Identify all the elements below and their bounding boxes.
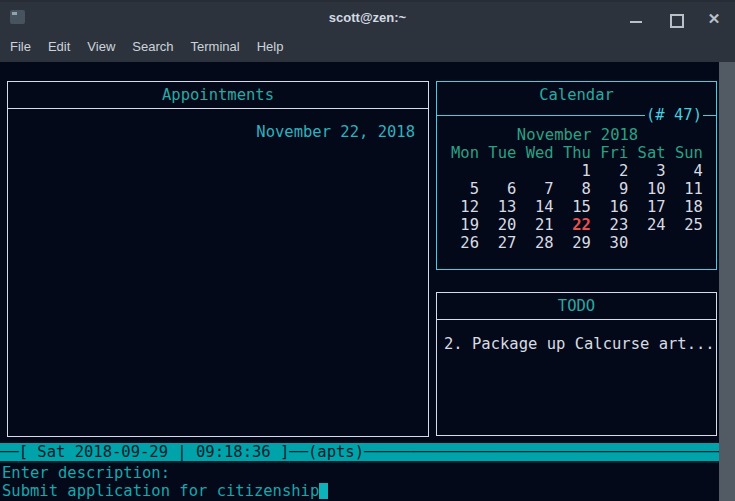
calendar-day: 25 <box>675 216 703 234</box>
calendar-day: 24 <box>638 216 666 234</box>
terminal-scrollbar[interactable] <box>719 62 735 501</box>
menu-bar: FileEditViewSearchTerminalHelp <box>0 33 735 62</box>
calendar-separator: (# 47) <box>437 108 716 123</box>
weekday-label: Tue <box>488 144 516 162</box>
calendar-day <box>488 162 516 180</box>
calendar-day: 2 <box>600 162 628 180</box>
window-controls: ✕ <box>629 2 721 35</box>
titlebar: scott@zen:~ ✕ <box>0 0 735 33</box>
calendar-day: 11 <box>675 180 703 198</box>
calendar-day: 3 <box>638 162 666 180</box>
calendar-day: 13 <box>488 198 516 216</box>
calendar-month-year: November 2018 <box>451 126 704 144</box>
calendar-day: 27 <box>488 234 516 252</box>
notify-lead-line: ── <box>0 443 19 463</box>
calendar-day: 28 <box>526 234 554 252</box>
menu-file[interactable]: File <box>10 39 31 54</box>
menu-terminal[interactable]: Terminal <box>191 39 240 54</box>
calendar-day: 12 <box>451 198 479 216</box>
calendar-day-selected: 22 <box>563 216 591 234</box>
notify-bar: ── [ Sat 2018-09-29 | 09:18:36 ] ── (apt… <box>0 443 719 463</box>
calendar-day: 19 <box>451 216 479 234</box>
separator-line <box>703 115 716 116</box>
todo-panel: TODO 2. Package up Calcurse art... <box>436 292 717 436</box>
calendar-day: 30 <box>600 234 628 252</box>
calendar-weekday-header: MonTueWedThuFriSatSun <box>451 144 704 162</box>
calendar-day: 16 <box>600 198 628 216</box>
calendar-day: 23 <box>600 216 628 234</box>
menu-edit[interactable]: Edit <box>48 39 70 54</box>
text-cursor <box>319 483 328 499</box>
calendar-body: November 2018 MonTueWedThuFriSatSun 1234… <box>451 123 704 252</box>
appointment-count-badge: (# 47) <box>645 108 703 123</box>
description-input[interactable]: Submit application for citizenship <box>2 482 328 500</box>
terminal-window: scott@zen:~ ✕ FileEditViewSearchTerminal… <box>0 0 735 501</box>
weekday-label: Sat <box>638 144 666 162</box>
window-title: scott@zen:~ <box>329 10 406 25</box>
input-text: Submit application for citizenship <box>2 482 319 500</box>
calendar-day: 20 <box>488 216 516 234</box>
calendar-day: 7 <box>526 180 554 198</box>
calendar-day: 4 <box>675 162 703 180</box>
weekday-label: Thu <box>563 144 591 162</box>
calendar-day: 14 <box>526 198 554 216</box>
terminal-app-icon <box>10 10 25 24</box>
calendar-day <box>675 234 703 252</box>
calendar-day: 29 <box>563 234 591 252</box>
terminal-screen: Appointments November 22, 2018 Calendar … <box>0 62 735 501</box>
calendar-day <box>638 234 666 252</box>
calendar-day: 18 <box>675 198 703 216</box>
notify-trail-line: ────────────────────────────────────────… <box>364 443 719 463</box>
weekday-label: Mon <box>451 144 479 162</box>
calendar-day: 10 <box>638 180 666 198</box>
appointments-panel: Appointments November 22, 2018 <box>7 81 429 437</box>
appointments-title: Appointments <box>8 82 428 109</box>
calendar-day: 26 <box>451 234 479 252</box>
menu-view[interactable]: View <box>87 39 115 54</box>
todo-title: TODO <box>437 293 716 320</box>
maximize-button[interactable] <box>668 12 682 26</box>
calendar-title: Calendar <box>437 82 716 108</box>
minimize-button[interactable] <box>629 12 643 26</box>
notify-mid-line: ── <box>289 443 308 463</box>
todo-list: 2. Package up Calcurse art... <box>437 320 716 353</box>
calendar-day: 15 <box>563 198 591 216</box>
calendar-day-grid: 1234567891011121314151617181920212223242… <box>451 162 704 252</box>
calendar-day <box>526 162 554 180</box>
notify-panel-label: (apts) <box>308 443 364 463</box>
calendar-day <box>451 162 479 180</box>
todo-item: 2. Package up Calcurse art... <box>444 335 716 353</box>
calendar-day: 9 <box>600 180 628 198</box>
close-button[interactable]: ✕ <box>707 12 721 26</box>
prompt-label: Enter description: <box>2 464 170 482</box>
weekday-label: Wed <box>526 144 554 162</box>
calendar-day: 21 <box>526 216 554 234</box>
calendar-day: 17 <box>638 198 666 216</box>
appointments-date: November 22, 2018 <box>8 123 428 141</box>
calendar-day: 8 <box>563 180 591 198</box>
weekday-label: Sun <box>675 144 703 162</box>
menu-help[interactable]: Help <box>257 39 284 54</box>
menu-search[interactable]: Search <box>132 39 173 54</box>
calendar-day: 6 <box>488 180 516 198</box>
notify-datetime: [ Sat 2018-09-29 | 09:18:36 ] <box>19 443 290 463</box>
weekday-label: Fri <box>600 144 628 162</box>
calendar-panel: Calendar (# 47) November 2018 MonTueWedT… <box>436 81 717 270</box>
separator-line <box>437 115 645 116</box>
calendar-day: 1 <box>563 162 591 180</box>
calendar-day: 5 <box>451 180 479 198</box>
